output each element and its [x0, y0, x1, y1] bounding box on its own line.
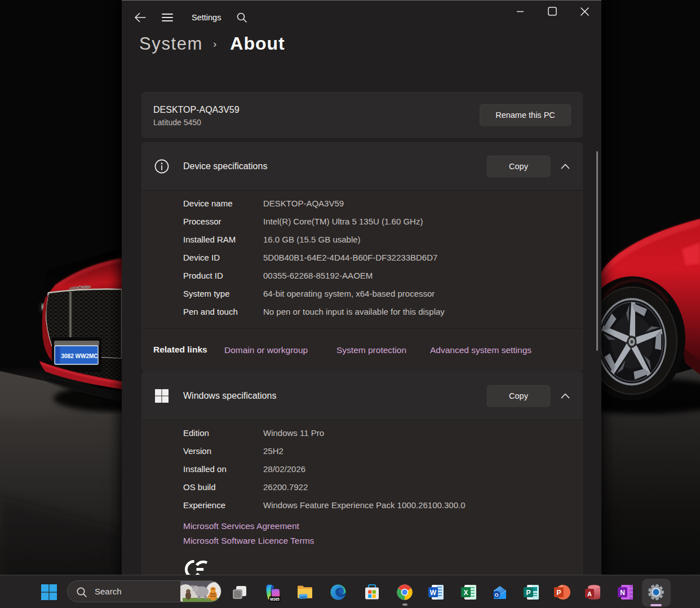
svg-text:P: P: [526, 589, 530, 597]
svg-text:3082 WW2MC: 3082 WW2MC: [61, 353, 98, 359]
svg-text:P: P: [556, 589, 561, 597]
svg-text:N: N: [620, 589, 625, 597]
svg-text:W: W: [430, 589, 437, 597]
svg-text:O: O: [494, 592, 498, 598]
svg-text:M365: M365: [270, 597, 280, 601]
svg-text:A: A: [587, 591, 592, 597]
svg-text:X: X: [463, 589, 468, 597]
